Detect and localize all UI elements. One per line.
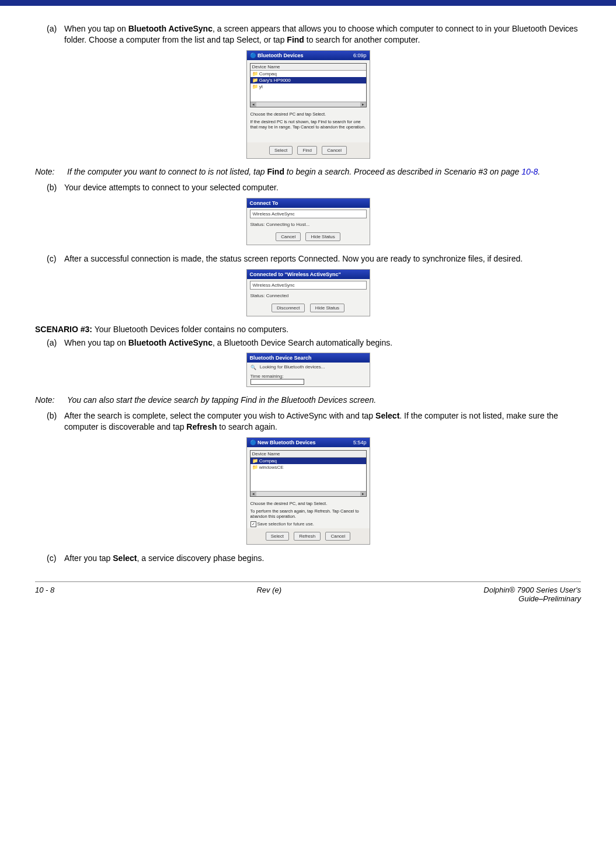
doc-title: Dolphin® 7900 Series User's Guide–Prelim… (483, 586, 581, 603)
text-run: After the search is complete, select the… (64, 411, 375, 420)
button-row: Cancel Hide Status (247, 229, 370, 245)
bold-run: Bluetooth ActiveSync (128, 338, 213, 347)
title-text: New Bluetooth Devices (257, 440, 316, 445)
list-label: windowsCE (259, 465, 284, 470)
bold-run: SCENARIO #3: (35, 325, 92, 334)
list-item: 📁 Gary's HP9000 (250, 77, 366, 83)
scenario-3-heading: SCENARIO #3: Your Bluetooth Devices fold… (35, 325, 581, 334)
button-row: Select Refresh Cancel (247, 528, 370, 544)
step-letter: (b) (47, 410, 64, 433)
titlebar: Connect To (247, 198, 370, 208)
text-run: When you tap on (64, 338, 128, 347)
list-item: 📁 yt (250, 83, 366, 90)
hscrollbar: ◂▸ (250, 491, 366, 496)
page-link: 10-8 (521, 167, 538, 176)
page-number: 10 - 8 (35, 586, 54, 603)
bold-run: Refresh (186, 422, 217, 431)
text-run: Guide–Preliminary (518, 594, 581, 603)
note-label: Note: (35, 167, 67, 176)
step-b-1: (b) Your device attempts to connect to y… (47, 182, 581, 193)
step-c-2: (c) After you tap Select, a service disc… (47, 553, 581, 564)
check-label: Save selection for future use. (257, 521, 314, 527)
connection-name: Wireless ActiveSync (250, 281, 367, 290)
text-run: . (538, 167, 540, 176)
search-icon: 🔍 (250, 365, 256, 370)
text-run: Your Bluetooth Devices folder contains n… (92, 325, 288, 334)
screenshot-device-search: Bluetooth Device Search 🔍 Looking for Bl… (35, 353, 581, 386)
text-run: If the computer you want to connect to i… (67, 167, 267, 176)
step-text: Your device attempts to connect to your … (64, 182, 581, 193)
bold-run: Select (113, 553, 137, 563)
connection-name: Wireless ActiveSync (250, 210, 367, 218)
text-run: , a Bluetooth Device Search automaticall… (213, 338, 392, 347)
bold-run: Find (267, 167, 284, 176)
button-row: Select Find Cancel (247, 142, 370, 158)
text-run: Time remaining: (250, 374, 284, 379)
titlebar: Connected to "Wireless ActiveSync" (247, 270, 370, 279)
text-run: , a service discovery phase begins. (137, 553, 265, 563)
step-letter: (b) (47, 182, 64, 193)
page-footer: 10 - 8 Rev (e) Dolphin® 7900 Series User… (35, 586, 581, 603)
hscrollbar: ◂▸ (250, 102, 366, 107)
progress-bar (250, 379, 304, 385)
hide-status-button: Hide Status (305, 232, 340, 241)
search-line: 🔍 Looking for Bluetooth devices... (247, 363, 370, 371)
bt-icon: 🔵 (250, 440, 256, 445)
step-letter: (a) (47, 23, 64, 46)
text-run: to search for another computer. (304, 35, 420, 44)
text-run: After you tap (64, 553, 113, 563)
note-1: Note: If the computer you want to connec… (35, 167, 581, 176)
list-label: Compaq (259, 71, 277, 76)
note-text: If the computer you want to connect to i… (67, 167, 581, 176)
text-run: Looking for Bluetooth devices... (260, 364, 325, 370)
time-remaining: Time remaining: (247, 372, 370, 386)
note-text: You can also start the device search by … (67, 395, 581, 405)
cancel-button: Cancel (322, 146, 347, 155)
step-text: After the search is complete, select the… (64, 410, 581, 433)
bold-run: Find (287, 35, 304, 44)
titlebar: Bluetooth Device Search (247, 353, 370, 363)
footer-rule (35, 581, 581, 582)
disconnect-button: Disconnect (272, 304, 305, 312)
top-rule (0, 0, 616, 6)
find-button: Find (297, 146, 317, 155)
text-run: to begin a search. Proceed as described … (284, 167, 521, 176)
text-run: Dolphin® 7900 Series User's (483, 586, 581, 594)
list-header: Device Name (250, 64, 366, 71)
hint-text: To perform the search again, tap Refresh… (247, 507, 370, 520)
titlebar: 🔵 New Bluetooth Devices5:54p (247, 438, 370, 447)
step-b-2: (b) After the search is complete, select… (47, 410, 581, 433)
select-button: Select (266, 532, 289, 541)
note-label: Note: (35, 395, 67, 405)
device-list: Device Name 📁 Compaq 📁 windowsCE ◂▸ (250, 450, 367, 497)
list-item: 📁 windowsCE (250, 464, 366, 471)
status-text: Status: Connecting to Host... (247, 220, 370, 229)
revision: Rev (e) (256, 586, 281, 603)
text-run: When you tap on (64, 24, 128, 33)
step-c-1: (c) After a successful connection is mad… (47, 253, 581, 264)
cancel-button: Cancel (325, 532, 350, 541)
step-text: After you tap Select, a service discover… (64, 553, 581, 564)
step-text: When you tap on Bluetooth ActiveSync, a … (64, 337, 581, 349)
hint-text: If the desired PC is not shown, tap Find… (247, 118, 370, 131)
list-item: 📁 Compaq (250, 71, 366, 77)
step-letter: (a) (47, 337, 64, 349)
step-a-1: (a) When you tap on Bluetooth ActiveSync… (47, 23, 581, 46)
list-label: Compaq (259, 458, 277, 464)
hint-text: Choose the desired PC, and tap Select. (247, 500, 370, 507)
bt-icon: 🔵 (250, 53, 256, 58)
hide-status-button: Hide Status (310, 304, 344, 312)
titlebar: 🔵 Bluetooth Devices6:09p (247, 51, 370, 60)
screenshot-bluetooth-devices: 🔵 Bluetooth Devices6:09p Device Name 📁 C… (35, 50, 581, 159)
list-label: yt (259, 84, 263, 89)
step-text: After a successful connection is made, t… (64, 253, 581, 264)
screenshot-new-bluetooth-devices: 🔵 New Bluetooth Devices5:54p Device Name… (35, 437, 581, 545)
step-a-2: (a) When you tap on Bluetooth ActiveSync… (47, 337, 581, 349)
list-header: Device Name (250, 451, 366, 458)
cancel-button: Cancel (276, 232, 301, 241)
step-letter: (c) (47, 553, 64, 564)
clock: 6:09p (353, 53, 367, 58)
button-row: Disconnect Hide Status (247, 300, 370, 316)
step-text: When you tap on Bluetooth ActiveSync, a … (64, 23, 581, 46)
list-item: 📁 Compaq (250, 458, 366, 464)
